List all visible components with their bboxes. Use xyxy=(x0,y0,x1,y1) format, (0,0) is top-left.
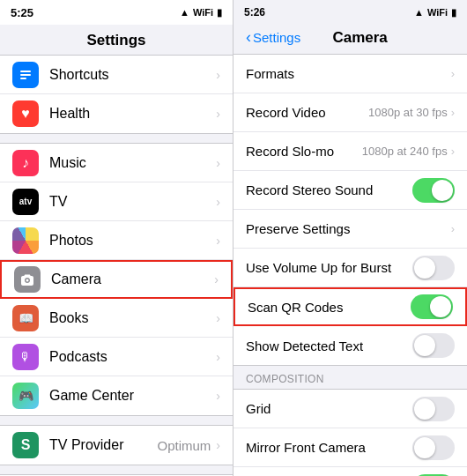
show-detected-toggle[interactable] xyxy=(412,333,455,358)
left-panel: 5:25 ▲ WiFi ▮ Settings Shortcuts › ♥ Hea… xyxy=(0,0,234,476)
health-label: Health xyxy=(49,106,216,122)
grid-toggle[interactable] xyxy=(412,397,455,421)
right-panel: 5:26 ▲ WiFi ▮ ‹ Settings Camera Formats … xyxy=(234,0,467,476)
books-label: Books xyxy=(49,310,216,326)
show-detected-label: Show Detected Text xyxy=(246,338,412,353)
record-stereo-row[interactable]: Record Stereo Sound xyxy=(234,171,467,210)
left-title: Settings xyxy=(0,25,233,55)
preserve-settings-chevron: › xyxy=(451,222,455,235)
preserve-settings-row[interactable]: Preserve Settings › xyxy=(234,210,467,249)
podcasts-row[interactable]: 🎙 Podcasts › xyxy=(0,338,233,376)
formats-row[interactable]: Formats › xyxy=(234,55,467,93)
grid-thumb xyxy=(414,398,435,420)
use-volume-toggle[interactable] xyxy=(412,256,455,280)
record-stereo-label: Record Stereo Sound xyxy=(246,182,412,197)
record-video-row[interactable]: Record Video 1080p at 30 fps › xyxy=(234,93,467,132)
tv-row[interactable]: atv TV › xyxy=(0,182,233,221)
settings-list: Shortcuts › ♥ Health › ♪ Music › xyxy=(0,55,233,476)
camera-chevron: › xyxy=(214,272,219,286)
music-chevron: › xyxy=(216,156,220,170)
use-volume-label: Use Volume Up for Burst xyxy=(246,260,412,275)
composition-section-header: COMPOSITION xyxy=(234,366,467,389)
use-volume-row[interactable]: Use Volume Up for Burst xyxy=(234,249,467,287)
shortcuts-chevron: › xyxy=(216,68,220,82)
music-icon: ♪ xyxy=(12,150,39,176)
left-time: 5:25 xyxy=(11,6,33,19)
health-chevron: › xyxy=(216,107,220,121)
scan-qr-thumb xyxy=(430,296,451,317)
svg-rect-1 xyxy=(20,74,31,76)
formats-chevron: › xyxy=(451,67,455,80)
composition-label: COMPOSITION xyxy=(234,366,467,389)
mirror-front-label: Mirror Front Camera xyxy=(246,440,412,455)
apps-group: ♪ Music › atv TV › Photos › xyxy=(0,143,233,416)
gamecenter-label: Game Center xyxy=(49,388,216,404)
music-row[interactable]: ♪ Music › xyxy=(0,144,233,182)
gamecenter-chevron: › xyxy=(216,389,220,403)
back-chevron-icon: ‹ xyxy=(246,28,251,47)
tvprovider-label: TV Provider xyxy=(49,437,157,453)
photos-row[interactable]: Photos › xyxy=(0,221,233,260)
photos-label: Photos xyxy=(49,233,216,249)
scan-qr-toggle[interactable] xyxy=(411,294,453,319)
podcasts-chevron: › xyxy=(216,350,220,364)
right-header: ‹ Settings Camera xyxy=(234,25,467,54)
grid-row[interactable]: Grid xyxy=(234,390,467,428)
tvprovider-icon: S xyxy=(12,432,39,458)
tvprovider-chevron: › xyxy=(216,438,220,452)
gamecenter-icon: 🎮 xyxy=(12,383,39,409)
top-group: Shortcuts › ♥ Health › xyxy=(0,55,233,134)
camera-main-section: Formats › Record Video 1080p at 30 fps ›… xyxy=(234,54,467,366)
show-detected-row[interactable]: Show Detected Text xyxy=(234,326,467,365)
shortcuts-row[interactable]: Shortcuts › xyxy=(0,56,233,94)
record-stereo-toggle[interactable] xyxy=(412,178,455,203)
health-row[interactable]: ♥ Health › xyxy=(0,94,233,133)
mirror-front-toggle[interactable] xyxy=(412,435,455,460)
preserve-settings-label: Preserve Settings xyxy=(246,221,451,236)
record-slomo-label: Record Slo-mo xyxy=(246,144,362,159)
back-button[interactable]: ‹ Settings xyxy=(246,28,300,47)
record-stereo-thumb xyxy=(432,180,453,201)
svg-rect-2 xyxy=(20,78,26,79)
tvprovider-group: S TV Provider Optimum › xyxy=(0,425,233,465)
camera-label: Camera xyxy=(51,271,214,287)
record-video-chevron: › xyxy=(451,106,455,119)
tv-label: TV xyxy=(49,194,216,210)
show-detected-thumb xyxy=(414,335,435,356)
back-label: Settings xyxy=(253,30,300,45)
tvprovider-row[interactable]: S TV Provider Optimum › xyxy=(0,426,233,465)
left-status-bar: 5:25 ▲ WiFi ▮ xyxy=(0,0,233,25)
tv-chevron: › xyxy=(216,195,220,209)
books-row[interactable]: 📖 Books › xyxy=(0,299,233,338)
camera-row[interactable]: Camera › xyxy=(0,260,233,299)
books-chevron: › xyxy=(216,311,220,325)
record-slomo-row[interactable]: Record Slo-mo 1080p at 240 fps › xyxy=(234,132,467,171)
view-outside-row[interactable]: View Outside the Frame xyxy=(234,467,467,476)
scan-qr-row[interactable]: Scan QR Codes xyxy=(234,287,467,326)
use-volume-thumb xyxy=(414,257,435,279)
right-signal-icon: ▲ xyxy=(414,7,424,18)
mirror-front-thumb xyxy=(414,437,435,458)
svg-point-3 xyxy=(26,279,29,282)
right-wifi-icon: WiFi xyxy=(427,7,448,18)
tvprovider-value: Optimum xyxy=(157,438,211,453)
tv-icon: atv xyxy=(12,189,39,215)
gamecenter-row[interactable]: 🎮 Game Center › xyxy=(0,376,233,415)
shortcuts-label: Shortcuts xyxy=(49,67,216,83)
health-icon: ♥ xyxy=(12,100,39,127)
scan-qr-label: Scan QR Codes xyxy=(248,300,411,315)
books-icon: 📖 xyxy=(12,305,39,331)
camera-settings-content: Formats › Record Video 1080p at 30 fps ›… xyxy=(234,54,467,476)
right-status-bar: 5:26 ▲ WiFi ▮ xyxy=(234,0,467,25)
podcasts-icon: 🎙 xyxy=(12,344,39,370)
photos-chevron: › xyxy=(216,234,220,248)
photos-icon xyxy=(12,227,39,254)
record-video-value: 1080p at 30 fps xyxy=(368,106,448,119)
svg-rect-0 xyxy=(20,71,31,72)
right-battery-icon: ▮ xyxy=(451,7,456,19)
camera-icon xyxy=(14,266,41,293)
podcasts-label: Podcasts xyxy=(49,349,216,365)
grid-label: Grid xyxy=(246,401,412,416)
mirror-front-row[interactable]: Mirror Front Camera xyxy=(234,428,467,467)
record-slomo-value: 1080p at 240 fps xyxy=(362,145,448,158)
